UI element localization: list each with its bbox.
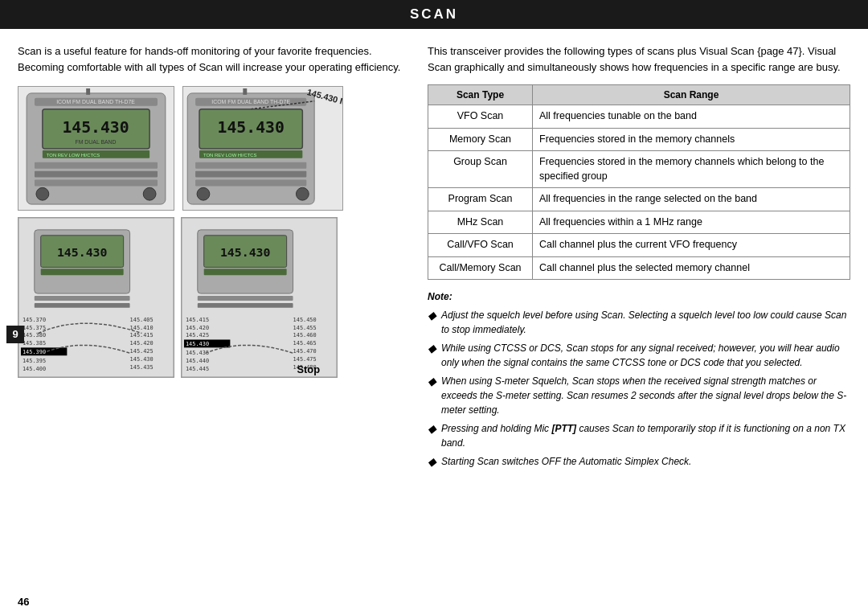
svg-rect-35	[35, 303, 130, 308]
svg-rect-13	[86, 88, 90, 95]
note-bullet-2: ◆	[428, 341, 436, 370]
notes-section: Note: ◆ Adjust the squelch level before …	[428, 289, 850, 473]
svg-text:145.465: 145.465	[293, 340, 317, 347]
page-header: SCAN	[0, 0, 868, 29]
scan-range-cell: Call channel plus the current VFO freque…	[533, 234, 850, 257]
right-column: This transceiver provides the following …	[428, 43, 850, 584]
svg-text:145.395: 145.395	[23, 358, 46, 364]
note-text-2: While using CTCSS or DCS, Scan stops for…	[441, 341, 850, 370]
svg-point-25	[296, 187, 309, 200]
svg-text:145.430: 145.430	[57, 245, 108, 259]
col-header-scan-range: Scan Range	[533, 85, 850, 105]
radio-image-2: ICOM FM DUAL BAND TH-D7E 145.430 TON REV…	[182, 86, 343, 211]
svg-rect-22	[195, 171, 306, 178]
svg-text:145.370: 145.370	[23, 317, 46, 323]
svg-text:ICOM FM DUAL BAND TH-D7E: ICOM FM DUAL BAND TH-D7E	[56, 99, 135, 105]
note-item-3: ◆ When using S-meter Squelch, Scan stops…	[428, 374, 850, 417]
scan-range-cell: All frequencies within a 1 MHz range	[533, 211, 850, 234]
svg-text:145.470: 145.470	[293, 348, 317, 355]
table-row: Program Scan All frequencies in the rang…	[428, 188, 850, 211]
svg-text:145.430: 145.430	[186, 341, 209, 347]
note-text-5: Starting Scan switches OFF the Automatic…	[441, 454, 691, 469]
scan-type-cell: VFO Scan	[428, 105, 533, 129]
svg-text:145.415: 145.415	[186, 317, 209, 323]
svg-text:145.460: 145.460	[293, 332, 317, 338]
note-item-1: ◆ Adjust the squelch level before using …	[428, 308, 850, 337]
svg-text:145.420: 145.420	[186, 325, 209, 331]
note-text-1: Adjust the squelch level before using Sc…	[441, 308, 850, 337]
svg-text:145.445: 145.445	[186, 366, 209, 372]
svg-text:145.380: 145.380	[23, 332, 46, 338]
scan-type-cell: MHz Scan	[428, 211, 533, 234]
col-header-scan-type: Scan Type	[428, 85, 533, 105]
freq-circle-svg-2: 145.430 145.415 145.420 145.425 145.430	[182, 217, 337, 378]
svg-rect-8	[35, 162, 158, 169]
main-content: Scan is a useful feature for hands-off m…	[0, 29, 868, 593]
svg-text:FM DUAL BAND: FM DUAL BAND	[75, 139, 116, 145]
radio-image-1: ICOM FM DUAL BAND TH-D7E 145.430 FM DUAL…	[18, 86, 174, 211]
svg-text:145.430: 145.430	[218, 118, 285, 137]
chapter-number: 9	[6, 326, 24, 343]
right-intro-text: This transceiver provides the following …	[428, 43, 850, 75]
note-text-4: Pressing and holding Mic [PTT] causes Sc…	[441, 421, 850, 450]
chapter-badge: 9	[6, 326, 24, 343]
table-row: MHz Scan All frequencies within a 1 MHz …	[428, 211, 850, 234]
svg-text:145.405: 145.405	[130, 317, 154, 323]
svg-text:145.430: 145.430	[130, 356, 154, 363]
svg-rect-9	[35, 171, 158, 178]
scan-type-cell: Call/VFO Scan	[428, 234, 533, 257]
images-area: 9 ICOM FM DUAL BAND TH-D7E	[18, 86, 411, 584]
table-row: Call/VFO Scan Call channel plus the curr…	[428, 234, 850, 257]
note-bullet-4: ◆	[428, 421, 436, 450]
scan-range-cell: All frequencies tunable on the band	[533, 105, 850, 129]
svg-text:145.410: 145.410	[130, 325, 154, 331]
table-row: VFO Scan All frequencies tunable on the …	[428, 105, 850, 129]
note-text-3: When using S-meter Squelch, Scan stops w…	[441, 374, 850, 417]
notes-title: Note:	[428, 289, 850, 304]
scan-table: Scan Type Scan Range VFO Scan All freque…	[428, 84, 850, 280]
svg-text:145.390: 145.390	[23, 349, 46, 355]
svg-text:145.450: 145.450	[293, 317, 317, 323]
note-item-2: ◆ While using CTCSS or DCS, Scan stops f…	[428, 341, 850, 370]
svg-text:145.375: 145.375	[23, 325, 46, 331]
svg-text:145.455: 145.455	[293, 325, 317, 331]
svg-text:TON REV LOW HI/CTCS: TON REV LOW HI/CTCS	[203, 153, 257, 158]
bottom-images: 145.430 145.370 145.375 145.380 145.385	[18, 217, 411, 378]
freq-circle-2: 145.430 145.415 145.420 145.425 145.430	[181, 217, 338, 378]
scan-type-cell: Program Scan	[428, 188, 533, 211]
page-title: SCAN	[410, 6, 458, 22]
svg-text:145.420: 145.420	[130, 340, 154, 347]
table-row: Group Scan Frequencies stored in the mem…	[428, 151, 850, 188]
svg-text:145.400: 145.400	[23, 366, 46, 372]
svg-text:145.385: 145.385	[23, 340, 46, 347]
left-column: Scan is a useful feature for hands-off m…	[18, 43, 411, 584]
svg-text:145.440: 145.440	[186, 358, 209, 364]
svg-text:ICOM FM DUAL BAND TH-D7E: ICOM FM DUAL BAND TH-D7E	[211, 99, 290, 105]
svg-point-11	[36, 187, 49, 200]
svg-rect-55	[204, 269, 287, 275]
svg-text:145.475: 145.475	[293, 356, 317, 363]
table-row: Call/Memory Scan Call channel plus the s…	[428, 256, 850, 280]
radio-svg-1: ICOM FM DUAL BAND TH-D7E 145.430 FM DUAL…	[18, 87, 174, 210]
top-radios: ICOM FM DUAL BAND TH-D7E 145.430 FM DUAL…	[18, 86, 411, 211]
scan-range-cell: Frequencies stored in the memory channel…	[533, 128, 850, 151]
page-footer: 46	[0, 593, 868, 611]
note-bullet-1: ◆	[428, 308, 436, 337]
left-intro-text: Scan is a useful feature for hands-off m…	[18, 43, 411, 75]
note-item-5: ◆ Starting Scan switches OFF the Automat…	[428, 454, 850, 469]
svg-text:145.425: 145.425	[186, 332, 209, 338]
svg-rect-57	[198, 303, 293, 308]
svg-rect-33	[41, 269, 124, 275]
svg-rect-26	[243, 88, 247, 95]
svg-text:TON REV LOW HI/CTCS: TON REV LOW HI/CTCS	[47, 153, 100, 158]
svg-rect-21	[195, 162, 306, 169]
note-bullet-3: ◆	[428, 374, 436, 417]
svg-text:Stop: Stop	[297, 363, 321, 375]
scan-range-cell: All frequencies in the range selected on…	[533, 188, 850, 211]
svg-rect-10	[35, 179, 158, 186]
note-item-4: ◆ Pressing and holding Mic [PTT] causes …	[428, 421, 850, 450]
scan-type-cell: Call/Memory Scan	[428, 256, 533, 280]
svg-point-12	[143, 187, 156, 200]
svg-text:145.425: 145.425	[130, 348, 154, 355]
scan-range-cell: Call channel plus the selected memory ch…	[533, 256, 850, 280]
